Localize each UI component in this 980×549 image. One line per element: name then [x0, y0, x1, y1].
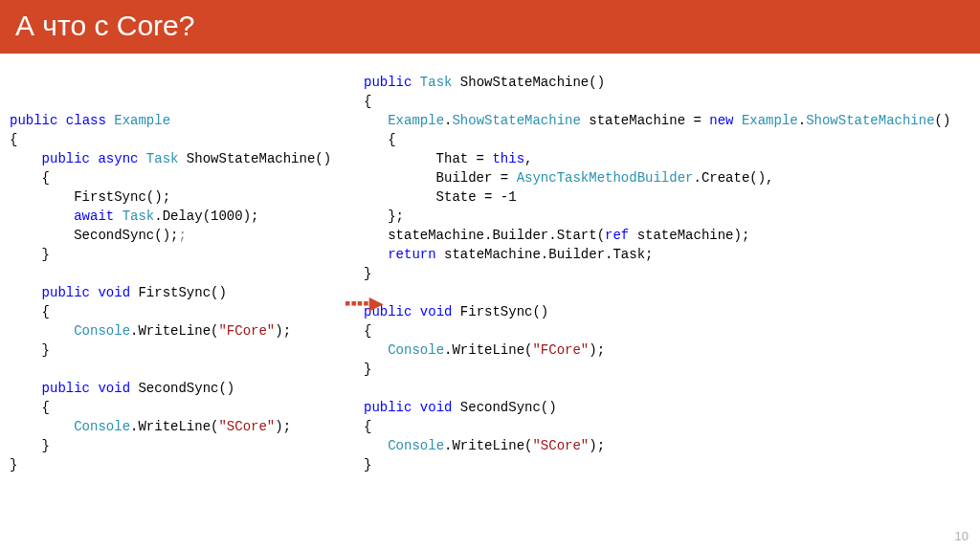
page-number: 10 — [955, 529, 969, 543]
slide-title: А что с Core? — [0, 0, 980, 54]
slide-body: public class Example { public async Task… — [0, 54, 980, 549]
slide-title-text: А что с Core? — [15, 10, 194, 41]
arrow-icon: ▪▪▪▪▶ — [345, 293, 381, 314]
code-right: public Task ShowStateMachine() { Example… — [364, 73, 970, 549]
arrow-dots: ▪▪▪▪ — [345, 294, 369, 313]
arrow-head: ▶ — [369, 294, 381, 313]
code-left: public class Example { public async Task… — [10, 73, 364, 549]
